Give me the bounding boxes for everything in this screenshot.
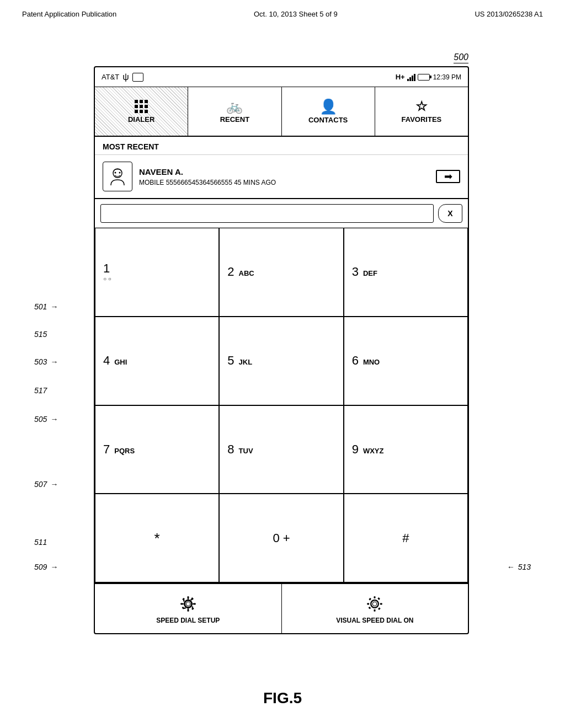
- favorites-icon: ☆: [415, 100, 428, 113]
- tab-dialer[interactable]: DIALER: [95, 87, 188, 136]
- svg-point-4: [184, 600, 192, 608]
- svg-rect-11: [191, 607, 194, 610]
- contact-info: NAVEEN A. MOBILE 555666545364566555 45 M…: [139, 167, 429, 186]
- patent-right: US 2013/0265238 A1: [475, 10, 543, 18]
- signal-bars-icon: [407, 73, 415, 81]
- key-7-number: 7: [103, 443, 110, 456]
- key-1[interactable]: 1 ○ ○: [95, 228, 219, 317]
- svg-rect-17: [374, 609, 376, 611]
- key-5-letters: JKL: [239, 358, 253, 366]
- patent-date: Oct. 10, 2013 Sheet 5 of 9: [254, 10, 338, 18]
- svg-rect-6: [187, 596, 189, 598]
- key-star-symbol: *: [154, 531, 160, 545]
- arrow-right-icon: ➡: [444, 170, 452, 183]
- ref-517: 517: [34, 386, 47, 395]
- key-6-letters: MNO: [363, 358, 380, 366]
- key-1-sub: ○ ○: [103, 276, 111, 282]
- dialer-icon: [135, 100, 148, 113]
- visual-speed-dial-label: VISUAL SPEED DIAL ON: [336, 617, 413, 624]
- svg-rect-20: [369, 597, 371, 600]
- key-7-letters: PQRS: [114, 447, 135, 455]
- recent-icon: 🚲: [226, 100, 243, 113]
- visual-speed-dial-button[interactable]: VISUAL SPEED DIAL ON: [282, 584, 468, 633]
- key-3-letters: DEF: [363, 269, 377, 277]
- backspace-label: X: [447, 209, 452, 218]
- most-recent-label: MOST RECENT: [95, 137, 468, 155]
- recent-contact-row: NAVEEN A. MOBILE 555666545364566555 45 M…: [95, 155, 468, 199]
- svg-rect-9: [194, 603, 196, 604]
- dial-input-row: X: [95, 199, 468, 228]
- key-2-letters: ABC: [239, 269, 254, 277]
- figure-number: FIG.5: [263, 689, 302, 707]
- ref-507: 507 →: [34, 480, 58, 489]
- key-4-letters: GHI: [114, 358, 127, 366]
- battery-icon: [418, 74, 430, 81]
- avatar-icon: [106, 165, 129, 188]
- svg-rect-23: [377, 597, 380, 600]
- time-label: 12:39 PM: [433, 73, 461, 81]
- contact-detail: MOBILE 555666545364566555 45 MINS AGO: [139, 179, 429, 186]
- svg-rect-8: [180, 603, 183, 604]
- call-arrow-button[interactable]: ➡: [436, 170, 460, 183]
- ref-501: 501 →: [34, 302, 58, 311]
- figure-ref-500: 500: [454, 52, 468, 63]
- patent-header: Patent Application Publication Oct. 10, …: [0, 0, 565, 24]
- speed-dial-setup-label: SPEED DIAL SETUP: [156, 617, 220, 624]
- key-8[interactable]: 8 TUV: [219, 405, 343, 494]
- contacts-icon: 👤: [319, 99, 337, 114]
- tab-recent[interactable]: 🚲 RECENT: [188, 87, 281, 136]
- ref-509: 509 →: [34, 563, 58, 571]
- dial-input-field[interactable]: [100, 204, 434, 223]
- key-6-number: 6: [352, 355, 359, 367]
- carrier-label: AT&T: [102, 73, 119, 81]
- ref-503: 503 →: [34, 357, 58, 366]
- svg-point-5: [186, 602, 190, 606]
- tab-contacts-label: CONTACTS: [308, 116, 348, 124]
- keypad: 1 ○ ○ 2 ABC 3 DEF 4: [95, 228, 468, 584]
- svg-rect-7: [187, 609, 189, 611]
- tab-contacts[interactable]: 👤 CONTACTS: [282, 87, 375, 136]
- svg-rect-21: [378, 607, 381, 610]
- tab-dialer-label: DIALER: [128, 115, 154, 124]
- tab-favorites[interactable]: ☆ FAVORITES: [375, 87, 468, 136]
- key-5[interactable]: 5 JKL: [219, 317, 343, 405]
- status-right: H+ 12:39 PM: [396, 73, 461, 81]
- key-7[interactable]: 7 PQRS: [95, 405, 219, 494]
- visual-speed-dial-gear-icon: [364, 593, 385, 614]
- svg-rect-10: [182, 597, 185, 600]
- status-bar: AT&T ψ H+ 12:39 PM: [95, 67, 468, 87]
- ref-511: 511: [34, 538, 47, 547]
- svg-rect-19: [380, 603, 382, 604]
- key-4[interactable]: 4 GHI: [95, 317, 219, 405]
- key-star[interactable]: *: [95, 494, 219, 582]
- svg-point-2: [119, 172, 121, 174]
- network-label: H+: [396, 73, 405, 81]
- key-9-number: 9: [352, 443, 359, 456]
- backspace-button[interactable]: X: [438, 204, 462, 223]
- svg-rect-22: [369, 606, 371, 609]
- signal-wave-icon: ψ: [122, 72, 129, 82]
- key-0[interactable]: 0 +: [219, 494, 343, 582]
- tab-favorites-label: FAVORITES: [402, 115, 442, 124]
- key-3-number: 3: [352, 266, 359, 278]
- key-9-letters: WXYZ: [363, 447, 384, 455]
- svg-rect-16: [374, 596, 376, 598]
- key-6[interactable]: 6 MNO: [344, 317, 468, 405]
- page-container: Patent Application Publication Oct. 10, …: [0, 0, 565, 728]
- ref-513: ← 513: [507, 563, 531, 571]
- speed-dial-setup-button[interactable]: SPEED DIAL SETUP: [95, 584, 282, 633]
- ref-515: 515: [34, 330, 47, 339]
- svg-point-14: [371, 600, 379, 608]
- svg-point-1: [115, 172, 116, 174]
- key-9[interactable]: 9 WXYZ: [344, 405, 468, 494]
- svg-point-15: [372, 602, 377, 606]
- key-hash[interactable]: #: [344, 494, 468, 582]
- svg-rect-18: [367, 603, 370, 604]
- ref-505: 505 →: [34, 415, 58, 424]
- key-4-number: 4: [103, 355, 110, 367]
- tab-recent-label: RECENT: [220, 115, 249, 124]
- key-3[interactable]: 3 DEF: [344, 228, 468, 317]
- key-8-letters: TUV: [239, 447, 253, 455]
- key-2[interactable]: 2 ABC: [219, 228, 343, 317]
- speed-dial-gear-icon: [178, 593, 199, 614]
